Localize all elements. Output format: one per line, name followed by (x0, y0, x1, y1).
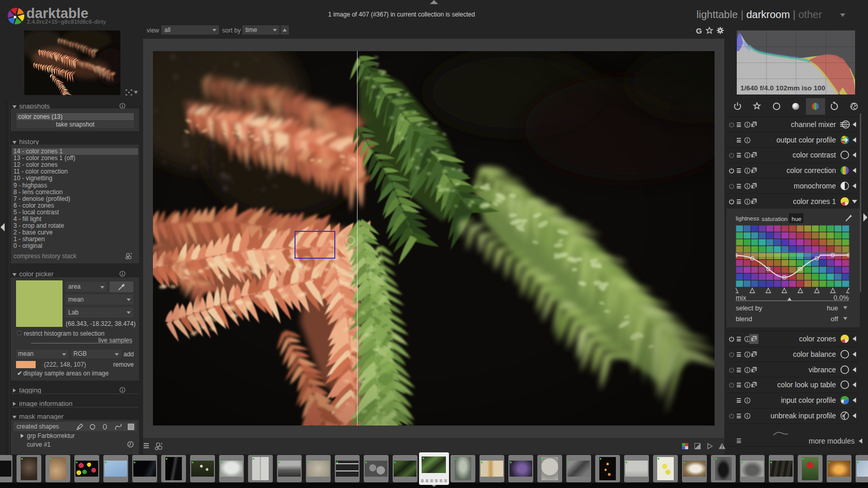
svg-text:1/640 f/4.0 102mm iso 100: 1/640 f/4.0 102mm iso 100 (740, 84, 825, 92)
